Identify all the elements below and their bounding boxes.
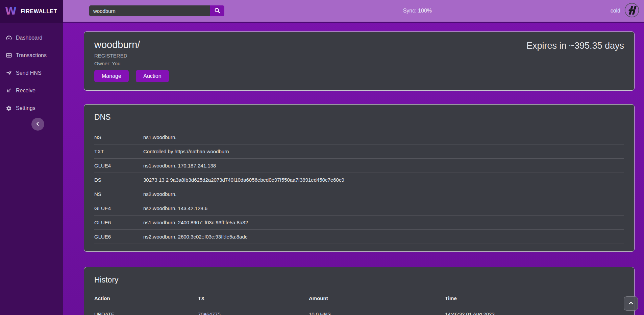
dns-record-value: Controlled by https://nathan.woodburn [143,144,624,159]
history-column-action: Action [94,293,198,307]
firewallet-logo-icon: W [4,4,18,19]
domain-card: woodburn/ REGISTERED Owner: You Manage A… [84,31,635,91]
sidebar-item-send-hns[interactable]: Send HNS [5,68,63,77]
dns-record-value: ns1.woodburn. 2400:8907::f03c:93ff:fe5a:… [143,216,624,230]
sidebar: W FIREWALLET Dashboard Transactions [0,0,63,315]
sidebar-nav: Dashboard Transactions Send HNS [0,23,63,113]
arrow-down-left-icon [5,87,12,94]
dns-record-value: ns2.woodburn. 143.42.128.6 [143,201,624,216]
history-column-time: Time [445,293,624,307]
dns-record-type: DS [94,173,143,187]
dns-record-type: NS [94,130,143,144]
sidebar-item-label: Receive [16,88,35,94]
history-column-amount: Amount [309,293,445,307]
magnifier-icon [214,7,221,15]
dns-record-type: GLUE6 [94,216,143,230]
history-title: History [94,275,624,285]
search-input[interactable] [89,5,210,16]
brand-name: FIREWALLET [21,8,57,15]
dns-record-row: NS ns2.woodburn. [94,187,624,201]
domain-owner: Owner: You [94,61,175,66]
dns-record-value: ns2.woodburn. 2600:3c02::f03c:93ff:fe5a:… [143,230,624,244]
scroll-to-top-button[interactable] [624,296,638,311]
wallet-name: cold [611,8,620,14]
chevron-up-icon [628,300,634,307]
dns-record-type: GLUE6 [94,230,143,244]
expires-label: Expires in ~395.35 days [526,41,624,51]
wallet-selector[interactable]: cold [611,3,639,19]
sidebar-item-label: Dashboard [16,35,42,41]
sidebar-collapse-button[interactable] [31,118,44,131]
logo-header: W FIREWALLET [0,0,63,23]
handshake-logo-icon [624,3,639,19]
dns-record-value: ns1.woodburn. 170.187.241.138 [143,159,624,173]
dns-record-row: GLUE4 ns1.woodburn. 170.187.241.138 [94,159,624,173]
dns-card: DNS NS ns1.woodburn. TXT Controlled by h… [84,104,635,252]
history-row: UPDATE 70e64775... 10.0 HNS 14:46:32 01 … [94,307,624,315]
table-icon [5,52,12,59]
sidebar-item-receive[interactable]: Receive [5,86,63,95]
domain-actions: Manage Auction [94,70,175,82]
history-card: History Action TX Amount Time UPDATE 70e… [84,267,635,315]
sidebar-item-dashboard[interactable]: Dashboard [5,33,63,42]
sidebar-item-transactions[interactable]: Transactions [5,51,63,60]
sidebar-item-label: Settings [16,105,35,111]
history-time: 14:46:32 01 Aug 2023 [445,307,624,315]
dns-record-row: GLUE6 ns2.woodburn. 2600:3c02::f03c:93ff… [94,230,624,244]
main-content: woodburn/ REGISTERED Owner: You Manage A… [84,23,635,315]
history-column-tx: TX [198,293,309,307]
domain-status: REGISTERED [94,53,175,59]
chevron-left-icon [35,121,41,128]
dns-record-row: GLUE6 ns1.woodburn. 2400:8907::f03c:93ff… [94,216,624,230]
sync-status: Sync: 100% [403,8,432,14]
sidebar-item-settings[interactable]: Settings [5,104,63,113]
dns-title: DNS [94,113,624,122]
dns-record-type: GLUE4 [94,201,143,216]
domain-name: woodburn/ [94,39,175,50]
manage-button[interactable]: Manage [94,70,129,82]
dns-table: NS ns1.woodburn. TXT Controlled by https… [94,130,624,244]
dns-record-value: ns2.woodburn. [143,187,624,201]
history-table: Action TX Amount Time UPDATE 70e64775...… [94,293,624,315]
dns-record-row: TXT Controlled by https://nathan.woodbur… [94,144,624,159]
tx-link[interactable]: 70e64775... [198,311,225,315]
sidebar-item-label: Transactions [16,52,47,59]
dns-record-row: DS 30273 13 2 9a3a8fb3d625d2a2073d740f10… [94,173,624,187]
auction-button[interactable]: Auction [136,70,169,82]
dns-record-row: NS ns1.woodburn. [94,130,624,144]
gear-icon [5,105,12,112]
topbar: Sync: 100% cold [63,0,644,23]
sidebar-item-label: Send HNS [16,70,42,76]
domain-info: woodburn/ REGISTERED Owner: You Manage A… [94,39,175,82]
dns-record-type: GLUE4 [94,159,143,173]
search-group [89,5,224,16]
dns-record-value: ns1.woodburn. [143,130,624,144]
gauge-icon [5,35,12,41]
paper-plane-icon [5,70,12,76]
history-action: UPDATE [94,307,198,315]
search-button[interactable] [210,5,224,16]
svg-text:W: W [5,5,17,17]
history-header-row: Action TX Amount Time [94,293,624,307]
history-amount: 10.0 HNS [309,307,445,315]
dns-record-value: 30273 13 2 9a3a8fb3d625d2a2073d740f10da6… [143,173,624,187]
dns-record-row: GLUE4 ns2.woodburn. 143.42.128.6 [94,201,624,216]
dns-record-type: NS [94,187,143,201]
dns-record-type: TXT [94,144,143,159]
